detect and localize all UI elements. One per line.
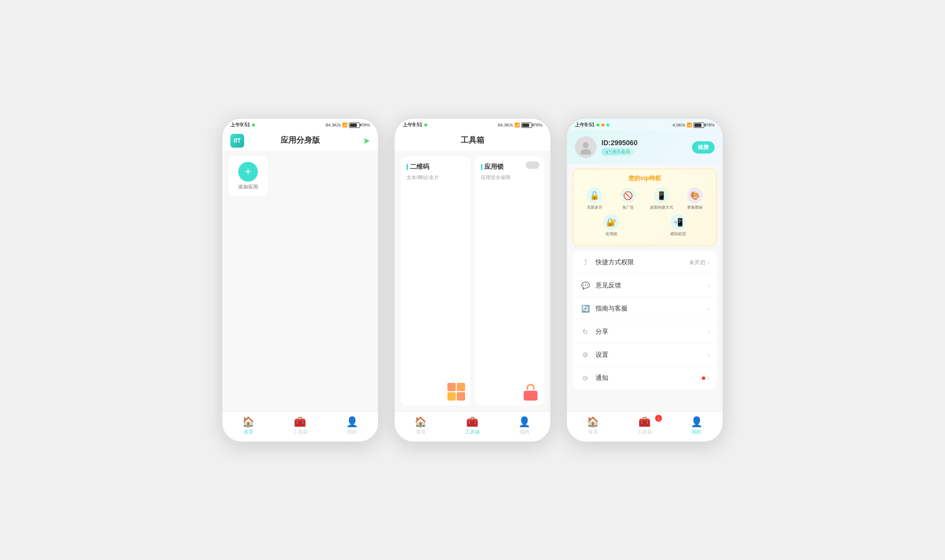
qr-title: 二维码 bbox=[407, 162, 464, 171]
noad-icon: 🚫 bbox=[620, 187, 636, 203]
add-app-label: 添加应用 bbox=[238, 184, 258, 190]
nav-label-toolbox-3: 工具箱 bbox=[637, 429, 652, 436]
wifi-icon-1: 📶 bbox=[342, 123, 347, 127]
nav-profile-3-wrap: 👤 我的 bbox=[671, 416, 723, 436]
avatar-icon bbox=[578, 140, 593, 155]
nav-label-toolbox-2: 工具箱 bbox=[465, 429, 480, 436]
emulate-icon: 📲 bbox=[670, 214, 686, 230]
battery-fill-1 bbox=[350, 124, 357, 127]
nav-label-profile-2: 我的 bbox=[519, 429, 529, 436]
guide-right: › bbox=[707, 305, 710, 312]
nav-label-home-3: 首页 bbox=[588, 429, 598, 436]
battery-fill-3 bbox=[694, 124, 701, 127]
phone-profile: 上午9:51 4.0K/s 📶 78% ID:2995060 💎 永久 bbox=[566, 118, 724, 442]
status-dot-1 bbox=[252, 124, 255, 126]
menu-item-feedback[interactable]: 💬 意见反馈 › bbox=[573, 274, 717, 297]
share-icon-1[interactable]: ➤ bbox=[363, 135, 370, 146]
nav-toolbox-3-wrap: 🧰 工具箱 1 bbox=[619, 416, 670, 436]
bottom-nav-2: 🏠 首页 🧰 工具箱 👤 我的 bbox=[395, 411, 550, 441]
vip-feature-unlimited: 🔓 无限多开 bbox=[579, 187, 610, 210]
vip-feature-emulate: 📲 模拟机型 bbox=[646, 214, 710, 237]
icon-change-icon: 🎨 bbox=[687, 187, 703, 203]
avatar bbox=[575, 136, 597, 158]
unlimited-icon: 🔓 bbox=[587, 187, 602, 203]
profile-id: ID:2995060 bbox=[601, 139, 687, 147]
toolbox-grid: 二维码 文本/网址/名片 应用锁 应用安全保障 bbox=[395, 151, 550, 411]
tool-card-qr[interactable]: 二维码 文本/网址/名片 bbox=[401, 156, 470, 405]
vip-feature-applock: 🔐 应用锁 bbox=[579, 214, 643, 237]
toolbox-badge: 1 bbox=[655, 415, 662, 422]
menu-item-guide[interactable]: 🔄 指南与客服 › bbox=[573, 297, 717, 320]
status-icons-2: 84.3K/s 📶 78% bbox=[498, 123, 542, 128]
chevron-icon-4: › bbox=[707, 351, 710, 359]
nav-toolbox-3[interactable]: 🧰 工具箱 bbox=[637, 416, 652, 436]
profile-icon-3: 👤 bbox=[691, 416, 703, 428]
applock-icon: 🔐 bbox=[603, 214, 619, 230]
nav-home-2[interactable]: 🏠 首页 bbox=[395, 416, 446, 436]
nav-label-home-1: 首页 bbox=[244, 429, 253, 436]
status-bar-2: 上午9:51 84.3K/s 📶 78% bbox=[395, 119, 550, 130]
vip-card: 您的vip特权 🔓 无限多开 🚫 免广告 📱 bbox=[573, 169, 717, 246]
nav-profile-3[interactable]: 👤 我的 bbox=[691, 416, 703, 436]
qr-desc: 文本/网址/名片 bbox=[407, 174, 464, 181]
vip-features-row1: 🔓 无限多开 🚫 免广告 📱 桌面快捷方式 bbox=[579, 187, 710, 210]
status-dot-2 bbox=[424, 124, 427, 126]
status-time-2: 上午9:51 bbox=[403, 122, 427, 128]
vip-feature-shortcut: 📱 桌面快捷方式 bbox=[646, 187, 677, 210]
vip-features-row2: 🔐 应用锁 📲 模拟机型 bbox=[579, 214, 710, 237]
menu-item-settings[interactable]: ⚙ 设置 › bbox=[573, 343, 717, 367]
nav-label-home-2: 首页 bbox=[416, 429, 426, 436]
feedback-icon: 💬 bbox=[580, 280, 591, 291]
nav-label-toolbox-1: 工具箱 bbox=[293, 429, 308, 436]
status-bar-3: 上午9:51 4.0K/s 📶 78% bbox=[567, 119, 723, 130]
profile-info: ID:2995060 💎 永久会员 bbox=[601, 139, 687, 156]
guide-label: 指南与客服 bbox=[596, 304, 702, 313]
status-dot-teal bbox=[606, 124, 609, 126]
page-title-1: 应用分身版 bbox=[281, 135, 320, 146]
status-dot-orange bbox=[601, 124, 604, 126]
phone-toolbox: 上午9:51 84.3K/s 📶 78% 工具箱 二维码 文本/网址/名片 bbox=[394, 118, 551, 442]
profile-scroll-area: 您的vip特权 🔓 无限多开 🚫 免广告 📱 bbox=[567, 164, 723, 411]
menu-item-share[interactable]: ↻ 分享 › bbox=[573, 320, 717, 343]
app-header-1: IfT 应用分身版 ➤ bbox=[222, 130, 378, 151]
add-btn-circle: + bbox=[238, 162, 258, 182]
lock-shackle bbox=[527, 384, 535, 390]
shortcut-icon: 📱 bbox=[654, 187, 669, 203]
nav-home-3[interactable]: 🏠 首页 bbox=[587, 416, 599, 436]
lock-body bbox=[524, 391, 537, 401]
add-app-card[interactable]: + 添加应用 bbox=[228, 156, 268, 196]
nav-home-1[interactable]: 🏠 首页 bbox=[222, 416, 274, 436]
settings-icon: ⚙ bbox=[580, 349, 591, 360]
shortcut-perm-label: 快捷方式权限 bbox=[596, 258, 684, 267]
battery-icon-3 bbox=[693, 123, 704, 128]
guide-icon: 🔄 bbox=[580, 303, 591, 314]
menu-item-notifications[interactable]: ⊖ 通知 › bbox=[573, 367, 717, 389]
wifi-icon-3: 📶 bbox=[687, 123, 692, 127]
shortcut-perm-right: 未开启 › bbox=[689, 258, 710, 266]
nav-toolbox-2[interactable]: 🧰 工具箱 bbox=[446, 416, 498, 436]
bottom-nav-1: 🏠 首页 🧰 工具箱 👤 我的 bbox=[222, 411, 378, 441]
nav-profile-2[interactable]: 👤 我的 bbox=[499, 416, 550, 436]
toolbox-icon-3: 🧰 bbox=[638, 416, 651, 428]
nav-toolbox-1[interactable]: 🧰 工具箱 bbox=[274, 416, 326, 436]
status-time-1: 上午9:51 bbox=[230, 122, 255, 128]
lock-icon-wrap bbox=[522, 383, 539, 401]
lock-toggle[interactable] bbox=[526, 161, 539, 169]
menu-item-shortcut-perm[interactable]: ⤴ 快捷方式权限 未开启 › bbox=[573, 251, 717, 274]
vip-card-title: 您的vip特权 bbox=[579, 174, 710, 183]
notifications-label: 通知 bbox=[596, 373, 697, 382]
app-logo-1: IfT bbox=[230, 134, 244, 148]
renew-button[interactable]: 续费 bbox=[692, 141, 715, 154]
battery-icon-2 bbox=[521, 123, 532, 128]
vip-feature-noad: 🚫 免广告 bbox=[613, 187, 643, 210]
tool-card-lock[interactable]: 应用锁 应用安全保障 bbox=[475, 156, 544, 405]
settings-right: › bbox=[707, 351, 710, 359]
profile-header: ID:2995060 💎 永久会员 续费 bbox=[567, 130, 723, 164]
nav-profile-1[interactable]: 👤 我的 bbox=[326, 416, 378, 436]
nav-label-profile-3: 我的 bbox=[692, 429, 701, 436]
share-label: 分享 bbox=[596, 327, 702, 336]
chevron-icon-1: › bbox=[707, 281, 710, 289]
app-header-2: 工具箱 bbox=[395, 130, 550, 151]
feedback-label: 意见反馈 bbox=[596, 281, 702, 290]
svg-point-0 bbox=[583, 142, 589, 148]
